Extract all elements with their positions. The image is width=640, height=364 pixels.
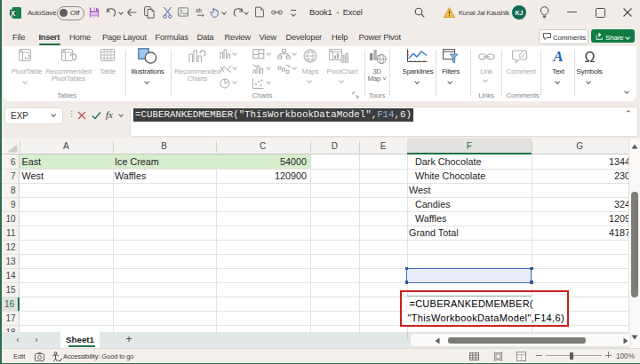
svg-text:A: A (552, 49, 563, 64)
svg-text:Ω: Ω (585, 50, 596, 65)
svg-text:X: X (11, 9, 16, 18)
svg-text:ab: ab (196, 7, 203, 13)
